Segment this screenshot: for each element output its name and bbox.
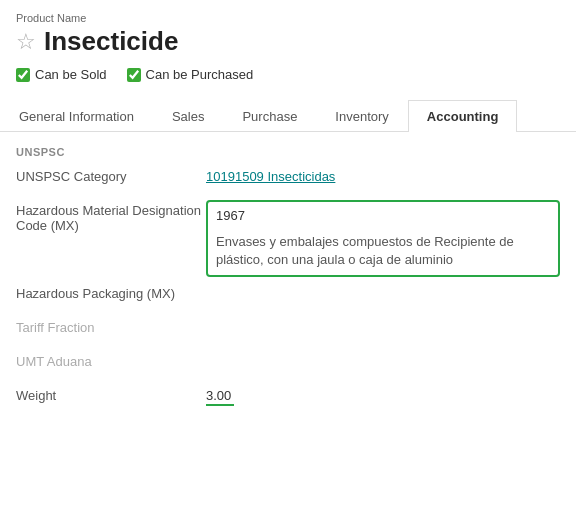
can-be-sold-input[interactable] (16, 68, 30, 82)
hazardous-packaging-label: Hazardous Packaging (MX) (16, 283, 206, 301)
tab-inventory[interactable]: Inventory (316, 100, 407, 132)
unspsc-category-row: UNSPSC Category 10191509 Insecticidas (16, 166, 560, 194)
checkboxes-row: Can be Sold Can be Purchased (16, 67, 560, 82)
unspsc-category-value[interactable]: 10191509 Insecticidas (206, 166, 560, 184)
tariff-fraction-label: Tariff Fraction (16, 317, 206, 335)
highlighted-box: 1967 Envases y embalajes compuestos de R… (206, 200, 560, 277)
hazardous-packaging-label-row: Hazardous Packaging (MX) (16, 283, 560, 311)
umt-aduana-value (206, 351, 560, 354)
favorite-star-icon[interactable]: ☆ (16, 31, 36, 53)
hazardous-material-row: Hazardous Material Designation Code (MX)… (16, 200, 560, 277)
can-be-purchased-checkbox[interactable]: Can be Purchased (127, 67, 254, 82)
tabs-row: General Information Sales Purchase Inven… (0, 100, 576, 132)
hazardous-material-label: Hazardous Material Designation Code (MX) (16, 200, 206, 233)
product-header: Product Name ☆ Insecticide Can be Sold C… (0, 0, 576, 100)
weight-row: Weight 3.00 (16, 385, 560, 413)
hazardous-material-value: 1967 (216, 208, 550, 223)
product-name-label: Product Name (16, 12, 560, 24)
can-be-sold-checkbox[interactable]: Can be Sold (16, 67, 107, 82)
hazardous-packaging-value: Envases y embalajes compuestos de Recipi… (216, 233, 550, 269)
can-be-purchased-input[interactable] (127, 68, 141, 82)
accounting-tab-content: UNSPSC UNSPSC Category 10191509 Insectic… (0, 132, 576, 433)
product-title: Insecticide (44, 26, 178, 57)
tab-accounting[interactable]: Accounting (408, 100, 518, 132)
weight-label: Weight (16, 385, 206, 403)
unspsc-section-label: UNSPSC (16, 146, 560, 158)
umt-aduana-row: UMT Aduana (16, 351, 560, 379)
tab-purchase[interactable]: Purchase (223, 100, 316, 132)
weight-value-container: 3.00 (206, 385, 234, 406)
weight-value: 3.00 (206, 385, 234, 403)
product-title-row: ☆ Insecticide (16, 26, 560, 57)
hazardous-packaging-empty (206, 283, 560, 286)
tariff-fraction-value (206, 317, 560, 320)
can-be-sold-label: Can be Sold (35, 67, 107, 82)
umt-aduana-label: UMT Aduana (16, 351, 206, 369)
weight-underline (206, 404, 234, 406)
can-be-purchased-label: Can be Purchased (146, 67, 254, 82)
tab-general-information[interactable]: General Information (0, 100, 153, 132)
tariff-fraction-row: Tariff Fraction (16, 317, 560, 345)
unspsc-category-label: UNSPSC Category (16, 166, 206, 184)
tab-sales[interactable]: Sales (153, 100, 224, 132)
